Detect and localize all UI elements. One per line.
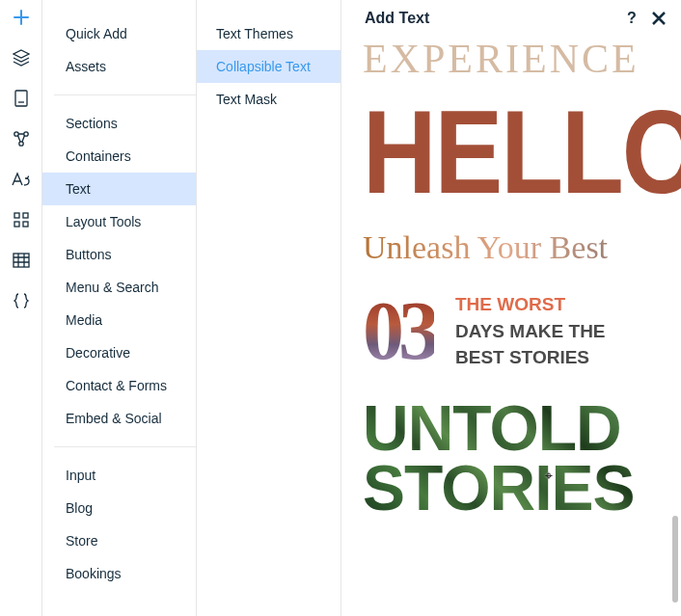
braces-icon[interactable]: [12, 291, 31, 310]
cat-quick-add[interactable]: Quick Add: [42, 17, 196, 50]
sub-text-mask[interactable]: Text Mask: [197, 83, 340, 116]
close-icon[interactable]: [650, 10, 667, 27]
worst-line-1: THE WORST: [455, 291, 606, 318]
main-panel: Add Text ? EXPERIENCE HELLO Unleash Your…: [341, 0, 681, 616]
help-icon[interactable]: ?: [623, 10, 640, 27]
cat-decorative[interactable]: Decorative: [42, 336, 196, 369]
sub-text-themes[interactable]: Text Themes: [197, 17, 340, 50]
main-header: Add Text ?: [341, 0, 681, 35]
preview-area[interactable]: EXPERIENCE HELLO Unleash Your Best 03 TH…: [341, 35, 681, 616]
text-sample-worst[interactable]: 03 THE WORST DAYS MAKE THE BEST STORIES: [363, 291, 660, 371]
layers-icon[interactable]: [12, 48, 31, 67]
svg-rect-5: [23, 213, 28, 218]
divider: [54, 94, 196, 95]
typography-icon[interactable]: [12, 170, 31, 189]
panel-title: Add Text: [365, 10, 429, 27]
grid-apps-icon[interactable]: [12, 210, 31, 229]
cat-sections[interactable]: Sections: [42, 107, 196, 140]
worst-lines: THE WORST DAYS MAKE THE BEST STORIES: [455, 291, 606, 371]
svg-rect-4: [14, 213, 19, 218]
cat-text[interactable]: Text: [42, 173, 196, 205]
cat-menu-search[interactable]: Menu & Search: [42, 271, 196, 304]
text-sample-untold[interactable]: UNTOLD STORIES: [363, 398, 660, 518]
cat-layout-tools[interactable]: Layout Tools: [42, 205, 196, 238]
cat-bookings[interactable]: Bookings: [42, 557, 196, 590]
svg-rect-0: [15, 91, 27, 106]
cat-media[interactable]: Media: [42, 304, 196, 336]
svg-rect-6: [14, 222, 19, 227]
untold-line-1: UNTOLD: [363, 398, 660, 458]
divider: [54, 446, 196, 447]
cat-store[interactable]: Store: [42, 524, 196, 557]
svg-point-3: [18, 142, 22, 146]
scrollbar-thumb[interactable]: [672, 516, 678, 603]
subcategory-list: Text Themes Collapsible Text Text Mask: [197, 0, 341, 616]
nodes-icon[interactable]: [12, 129, 31, 148]
cat-containers[interactable]: Containers: [42, 140, 196, 173]
worst-line-3: BEST STORIES: [455, 344, 606, 371]
cat-blog[interactable]: Blog: [42, 492, 196, 524]
cat-embed-social[interactable]: Embed & Social: [42, 402, 196, 435]
page-icon[interactable]: [12, 89, 31, 108]
untold-line-2: STORIES: [363, 458, 660, 518]
worst-line-2: DAYS MAKE THE: [455, 318, 606, 345]
text-sample-hello[interactable]: HELLO: [363, 102, 660, 202]
text-sample-unleash[interactable]: Unleash Your Best: [363, 231, 660, 264]
plus-icon[interactable]: [12, 8, 31, 27]
svg-rect-7: [23, 222, 28, 227]
table-icon[interactable]: [12, 251, 31, 270]
cat-input[interactable]: Input: [42, 459, 196, 492]
worst-number: 03: [363, 298, 434, 364]
svg-rect-8: [14, 254, 29, 267]
category-list: Quick Add Assets Sections Containers Tex…: [42, 0, 197, 616]
text-sample-experience[interactable]: EXPERIENCE: [363, 39, 660, 79]
sub-collapsible-text[interactable]: Collapsible Text: [197, 50, 340, 83]
cat-assets[interactable]: Assets: [42, 50, 196, 83]
cat-buttons[interactable]: Buttons: [42, 238, 196, 271]
icon-rail: [0, 0, 42, 616]
cat-contact-forms[interactable]: Contact & Forms: [42, 369, 196, 402]
